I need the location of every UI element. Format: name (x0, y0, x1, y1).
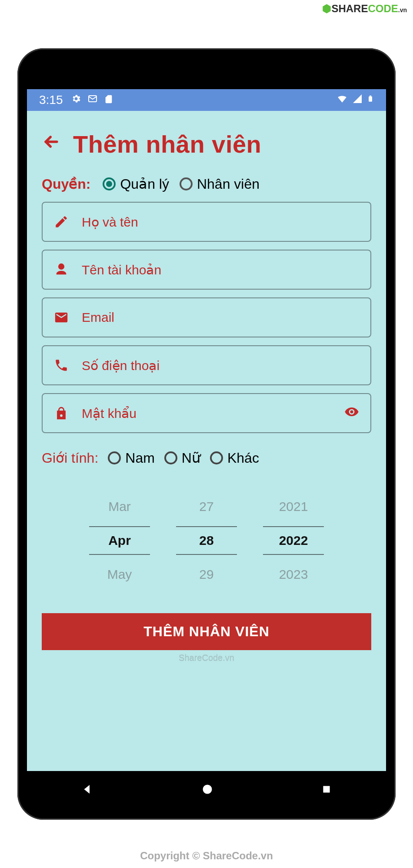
month-column[interactable]: Mar Apr May (89, 499, 150, 582)
app-content: Thêm nhân viên Quyền: Quản lý Nhân viên (27, 111, 386, 771)
day-prev: 27 (199, 499, 213, 514)
role-row: Quyền: Quản lý Nhân viên (42, 176, 371, 192)
role-option-label: Nhân viên (197, 176, 260, 192)
person-icon (54, 262, 69, 277)
gender-option-label: Nữ (182, 450, 200, 466)
mail-icon (87, 93, 98, 107)
watermark-top: ⬢SHARECODE.vn (322, 3, 407, 15)
year-prev: 2021 (279, 499, 308, 514)
password-placeholder: Mật khẩu (82, 406, 137, 421)
radio-icon (210, 451, 223, 464)
page-root: ⬢SHARECODE.vn 3:15 (0, 0, 413, 868)
month-prev: Mar (108, 499, 131, 514)
radio-icon (180, 177, 193, 190)
radio-icon (108, 451, 121, 464)
username-field[interactable]: Tên tài khoản (42, 250, 371, 290)
gender-option-other[interactable]: Khác (210, 450, 259, 466)
gender-option-male[interactable]: Nam (108, 450, 155, 466)
submit-button[interactable]: THÊM NHÂN VIÊN (42, 613, 371, 650)
password-field[interactable]: Mật khẩu (42, 393, 371, 433)
status-icons-right (336, 93, 374, 107)
watermark-bottom: Copyright © ShareCode.vn (0, 850, 413, 862)
status-icons-left (71, 93, 113, 107)
username-placeholder: Tên tài khoản (82, 262, 161, 277)
gender-row: Giới tính: Nam Nữ Khác (42, 450, 371, 466)
role-option-label: Quản lý (120, 176, 169, 192)
year-current: 2022 (263, 526, 324, 555)
gender-label: Giới tính: (42, 450, 98, 466)
status-bar: 3:15 (27, 89, 386, 111)
email-placeholder: Email (82, 310, 114, 325)
phone-placeholder: Số điện thoại (82, 358, 160, 373)
nav-recent-button[interactable] (321, 784, 332, 798)
role-option-employee[interactable]: Nhân viên (180, 176, 260, 192)
edit-icon (54, 214, 69, 229)
role-label: Quyền: (42, 176, 90, 192)
date-picker[interactable]: Mar Apr May 27 28 29 2021 2022 2023 (42, 499, 371, 582)
gender-option-female[interactable]: Nữ (164, 450, 200, 466)
radio-icon (164, 451, 177, 464)
status-time: 3:15 (39, 93, 63, 107)
month-current: Apr (89, 526, 150, 555)
svg-rect-4 (323, 786, 330, 792)
gender-option-label: Khác (227, 450, 259, 466)
battery-icon (367, 93, 374, 107)
nav-back-button[interactable] (81, 783, 94, 799)
year-column[interactable]: 2021 2022 2023 (263, 499, 324, 582)
sd-card-icon (104, 93, 113, 107)
android-nav-bar (27, 771, 386, 810)
phone-icon (54, 358, 69, 373)
toggle-password-visibility[interactable] (344, 404, 359, 422)
watermark-inline: ShareCode.vn (42, 653, 371, 663)
header: Thêm nhân viên (42, 130, 371, 158)
day-column[interactable]: 27 28 29 (176, 499, 237, 582)
email-field[interactable]: Email (42, 297, 371, 337)
email-icon (54, 310, 69, 325)
svg-rect-2 (370, 95, 371, 96)
year-next: 2023 (279, 567, 308, 582)
svg-point-3 (203, 785, 212, 794)
phone-frame: 3:15 (17, 48, 396, 820)
day-next: 29 (199, 567, 213, 582)
gender-option-label: Nam (125, 450, 155, 466)
lock-icon (54, 406, 69, 421)
phone-field[interactable]: Số điện thoại (42, 345, 371, 385)
month-next: May (107, 567, 132, 582)
svg-rect-1 (369, 96, 372, 101)
radio-icon (103, 177, 116, 190)
settings-icon (71, 93, 81, 107)
phone-screen: 3:15 (27, 58, 386, 810)
day-current: 28 (176, 526, 237, 555)
back-button[interactable] (42, 132, 61, 156)
fullname-field[interactable]: Họ và tên (42, 202, 371, 242)
signal-icon (352, 93, 363, 107)
role-option-manager[interactable]: Quản lý (103, 176, 169, 192)
page-title: Thêm nhân viên (73, 130, 261, 158)
nav-home-button[interactable] (201, 783, 213, 798)
wifi-icon (336, 93, 348, 107)
fullname-placeholder: Họ và tên (82, 214, 138, 230)
